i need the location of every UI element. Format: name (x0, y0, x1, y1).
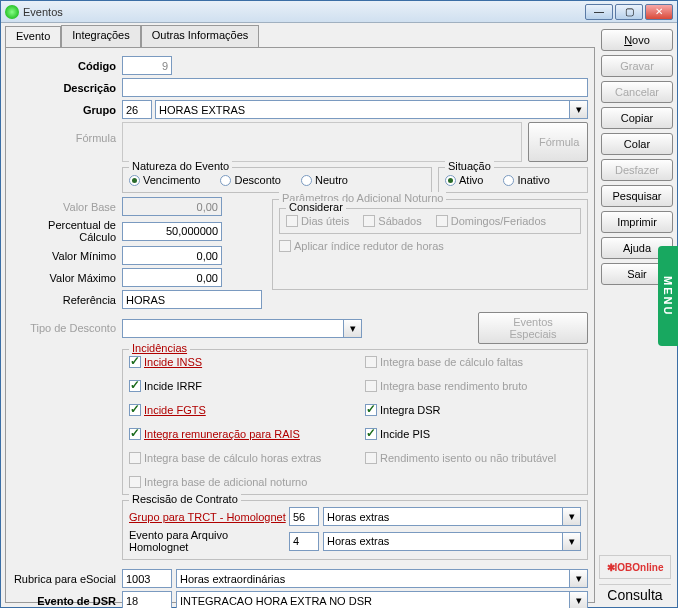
valor-max-field[interactable] (122, 268, 222, 287)
label-valor-min: Valor Mínimo (12, 250, 122, 262)
radio-ativo[interactable]: Ativo (445, 174, 483, 186)
grupo-text-field[interactable] (155, 100, 570, 119)
label-valor-base: Valor Base (12, 201, 122, 213)
checkbox-icon (129, 476, 141, 488)
checkbox-icon (365, 452, 377, 464)
panel-evento: Código Descrição Grupo ▾ Fórmula (5, 47, 595, 603)
label-tipo-desconto: Tipo de Desconto (12, 322, 122, 334)
desfazer-button: Desfazer (601, 159, 673, 181)
perc-calc-field[interactable] (122, 222, 222, 241)
legend-rescisao: Rescisão de Contrato (129, 493, 241, 505)
rubrica-dropdown[interactable]: ▾ (570, 569, 588, 588)
label-ev-arq-homolog: Evento para Arquivo Homolognet (129, 529, 289, 553)
checkbox-icon (129, 356, 141, 368)
novo-button[interactable]: Novo (601, 29, 673, 51)
tab-evento[interactable]: Evento (5, 26, 61, 48)
label-grupo-trct[interactable]: Grupo para TRCT - Homolognet (129, 511, 289, 523)
checkbox-icon (129, 428, 141, 440)
minimize-button[interactable]: — (585, 4, 613, 20)
valor-base-field (122, 197, 222, 216)
cancelar-button: Cancelar (601, 81, 673, 103)
checkbox-icon (279, 240, 291, 252)
tab-integracoes[interactable]: Integrações (61, 25, 140, 47)
dsr-dropdown[interactable]: ▾ (570, 591, 588, 608)
chk-int-base-adn: Integra base de adicional noturno (129, 476, 345, 488)
app-icon (5, 5, 19, 19)
menu-side-tab[interactable]: MENU (658, 246, 678, 346)
maximize-button[interactable]: ▢ (615, 4, 643, 20)
radio-desconto[interactable]: Desconto (220, 174, 280, 186)
arq-dropdown[interactable]: ▾ (563, 532, 581, 551)
radio-icon (301, 175, 312, 186)
trct-dropdown[interactable]: ▾ (563, 507, 581, 526)
titlebar: Eventos — ▢ ✕ (1, 1, 677, 23)
trct-text-field[interactable] (323, 507, 563, 526)
label-descricao: Descrição (12, 82, 122, 94)
tipo-desconto-dropdown: ▾ (344, 319, 362, 338)
label-valor-max: Valor Máximo (12, 272, 122, 284)
chk-dom-fer: Domingos/Feriados (436, 215, 546, 227)
radio-vencimento[interactable]: Vencimento (129, 174, 200, 186)
chk-aplicar-redutor: Aplicar índice redutor de horas (279, 240, 581, 252)
chk-integra-dsr[interactable]: Integra DSR (365, 404, 581, 416)
legend-incidencias[interactable]: Incidências (129, 342, 190, 354)
dsr-text-field[interactable] (176, 591, 570, 608)
chk-incide-inss[interactable]: Incide INSS (129, 356, 345, 368)
chk-incide-fgts[interactable]: Incide FGTS (129, 404, 345, 416)
checkbox-icon (129, 452, 141, 464)
chk-rend-isento: Rendimento isento ou não tributável (365, 452, 581, 464)
chk-int-rem-rais[interactable]: Integra remuneração para RAIS (129, 428, 345, 440)
chk-incide-irrf[interactable]: Incide IRRF (129, 380, 345, 392)
checkbox-icon (286, 215, 298, 227)
radio-icon (129, 175, 140, 186)
label-evento-dsr: Evento de DSR (12, 595, 122, 607)
radio-icon (220, 175, 231, 186)
trct-code-field[interactable] (289, 507, 319, 526)
window-title: Eventos (23, 6, 585, 18)
copiar-button[interactable]: Copiar (601, 107, 673, 129)
tipo-desconto-field (122, 319, 344, 338)
radio-inativo[interactable]: Inativo (503, 174, 549, 186)
formula-button: Fórmula (528, 122, 588, 162)
label-rubrica-esocial: Rubrica para eSocial (12, 573, 122, 585)
checkbox-icon (129, 380, 141, 392)
arq-code-field[interactable] (289, 532, 319, 551)
tab-outras[interactable]: Outras Informações (141, 25, 260, 47)
radio-icon (445, 175, 456, 186)
legend-situacao: Situação (445, 160, 494, 172)
referencia-field[interactable] (122, 290, 262, 309)
arq-text-field[interactable] (323, 532, 563, 551)
checkbox-icon (129, 404, 141, 416)
radio-icon (503, 175, 514, 186)
iob-online-logo[interactable]: ✱IOBOnline (599, 555, 671, 579)
dsr-code-field[interactable] (122, 591, 172, 608)
legend-natureza: Natureza do Evento (129, 160, 232, 172)
grupo-code-field[interactable] (122, 100, 152, 119)
close-button[interactable]: ✕ (645, 4, 673, 20)
rubrica-code-field[interactable] (122, 569, 172, 588)
consulta-label[interactable]: Consulta (599, 584, 671, 603)
rubrica-text-field[interactable] (176, 569, 570, 588)
label-formula: Fórmula (12, 122, 122, 162)
pesquisar-button[interactable]: Pesquisar (601, 185, 673, 207)
grupo-dropdown[interactable]: ▾ (570, 100, 588, 119)
descricao-field[interactable] (122, 78, 588, 97)
checkbox-icon (365, 380, 377, 392)
formula-area (122, 122, 522, 162)
checkbox-icon (363, 215, 375, 227)
label-codigo: Código (12, 60, 122, 72)
radio-neutro[interactable]: Neutro (301, 174, 348, 186)
valor-min-field[interactable] (122, 246, 222, 265)
imprimir-button[interactable]: Imprimir (601, 211, 673, 233)
chk-int-base-he: Integra base de cálculo horas extras (129, 452, 345, 464)
chk-incide-pis[interactable]: Incide PIS (365, 428, 581, 440)
colar-button[interactable]: Colar (601, 133, 673, 155)
label-perc-calc: Percentual de Cálculo (12, 219, 122, 243)
chk-int-base-faltas: Integra base de cálculo faltas (365, 356, 581, 368)
codigo-field (122, 56, 172, 75)
chk-int-base-rb: Integra base rendimento bruto (365, 380, 581, 392)
chk-sabados: Sábados (363, 215, 421, 227)
tabs: Evento Integrações Outras Informações (5, 25, 595, 47)
checkbox-icon (365, 428, 377, 440)
checkbox-icon (365, 356, 377, 368)
